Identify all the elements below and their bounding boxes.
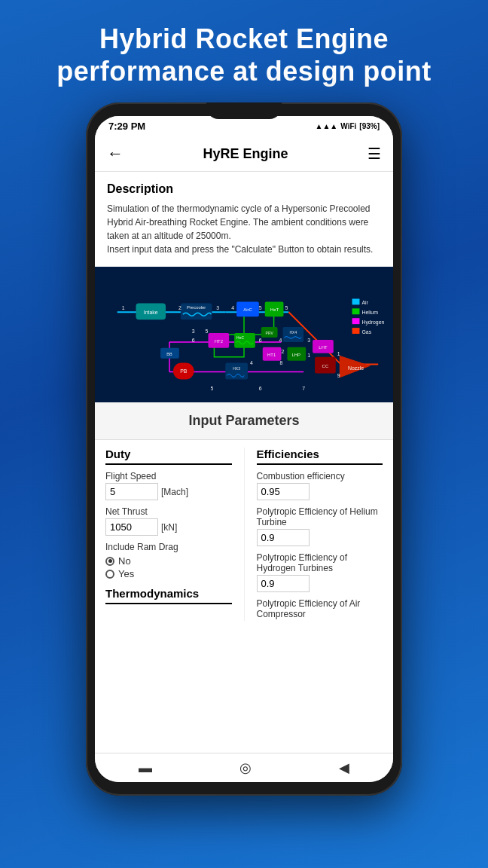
svg-text:LHP: LHP (292, 353, 301, 357)
page-background: Hybrid Rocket Engine performance at desi… (0, 0, 488, 868)
svg-text:Intake: Intake (144, 310, 158, 316)
net-thrust-label: Net Thrust (105, 506, 232, 517)
svg-text:9: 9 (337, 374, 340, 379)
svg-rect-68 (352, 319, 360, 325)
poly-eff-h2-turbines-row (257, 575, 383, 592)
svg-text:4: 4 (231, 306, 234, 311)
svg-text:1: 1 (307, 353, 310, 358)
flight-speed-unit: [Mach] (161, 487, 188, 497)
status-bar: 7:29 PM ▲▲▲ WiFi [93%] (95, 116, 393, 136)
svg-text:5: 5 (285, 306, 288, 311)
radio-yes-row[interactable]: Yes (105, 568, 232, 579)
svg-text:4: 4 (279, 338, 282, 343)
poly-eff-he-turbine-input[interactable] (257, 529, 310, 546)
nav-icon-recent[interactable]: ◀ (339, 760, 349, 776)
net-thrust-unit: [kN] (161, 522, 177, 533)
bottom-nav: ▬ ◎ ◀ (95, 753, 393, 782)
net-thrust-row: [kN] (105, 518, 232, 536)
svg-text:5: 5 (210, 387, 213, 392)
flight-speed-label: Flight Speed (105, 471, 232, 481)
svg-text:PB: PB (180, 369, 188, 374)
duty-col-title: Duty (105, 448, 232, 465)
flight-speed-row: [Mach] (105, 483, 232, 500)
efficiencies-col-title: Efficiencies (257, 448, 383, 465)
params-container: Duty Flight Speed [Mach] Net Thrust [kN] (95, 440, 393, 628)
radio-no-label: No (118, 555, 131, 567)
svg-text:8: 8 (280, 360, 283, 365)
status-icons: ▲▲▲ WiFi [93%] (316, 122, 380, 130)
svg-text:HT1: HT1 (267, 353, 276, 357)
nav-icon-home[interactable]: ◎ (239, 760, 252, 776)
radio-yes-label: Yes (118, 568, 134, 579)
thermodynamics-title: Thermodynamics (105, 587, 232, 604)
wifi-icon: WiFi (340, 122, 356, 130)
svg-text:Helium: Helium (361, 310, 378, 316)
svg-text:3: 3 (216, 306, 219, 311)
phone-frame: 7:29 PM ▲▲▲ WiFi [93%] ← HyRE Engine ☰ (86, 102, 402, 796)
svg-text:LHT: LHT (319, 345, 328, 350)
app-bar: ← HyRE Engine ☰ (95, 136, 393, 172)
input-params-header: Input Parameters (95, 402, 393, 440)
svg-text:1: 1 (122, 306, 125, 311)
svg-text:2: 2 (282, 349, 285, 354)
svg-text:5: 5 (259, 306, 262, 311)
svg-text:HeC: HeC (236, 336, 244, 340)
poly-eff-h2-turbines-input[interactable] (257, 575, 310, 592)
svg-text:HX3: HX3 (233, 367, 240, 371)
engine-diagram: Intake Precooler AirC HeT (95, 267, 393, 402)
svg-text:AirC: AirC (243, 308, 252, 313)
net-thrust-input[interactable] (105, 518, 158, 536)
svg-text:HT2: HT2 (215, 339, 223, 344)
svg-text:3: 3 (307, 338, 310, 343)
svg-text:BB: BB (166, 352, 172, 356)
svg-text:6: 6 (259, 338, 262, 343)
svg-rect-66 (352, 309, 360, 315)
flight-speed-input[interactable] (105, 483, 158, 500)
poly-eff-air-comp-label: Polytropic Efficiency of Air Compressor (257, 598, 383, 619)
efficiencies-col: Efficiencies Combustion efficiency Polyt… (245, 448, 383, 621)
svg-text:6: 6 (192, 338, 195, 343)
radio-group: No Yes (105, 555, 232, 579)
svg-rect-70 (352, 328, 360, 334)
poly-eff-he-turbine-label: Polytropic Efficiency of Helium Turbine (257, 506, 383, 527)
svg-text:Gas: Gas (361, 329, 371, 335)
svg-text:HX4: HX4 (290, 331, 297, 335)
menu-button[interactable]: ☰ (368, 145, 381, 163)
svg-text:Hydrogen: Hydrogen (361, 320, 384, 326)
include-ram-drag-label: Include Ram Drag (105, 542, 232, 552)
combustion-eff-label: Combustion efficiency (257, 471, 383, 481)
svg-text:5: 5 (206, 329, 209, 334)
status-time: 7:29 PM (108, 121, 145, 132)
header-title: Hybrid Rocket Engine performance at desi… (26, 0, 462, 102)
description-title: Description (107, 182, 381, 196)
description-section: Description Simulation of the thermodyna… (95, 172, 393, 267)
nav-icon-back[interactable]: ▬ (139, 760, 152, 776)
battery-icon: [93%] (359, 122, 380, 130)
phone-wrapper: 7:29 PM ▲▲▲ WiFi [93%] ← HyRE Engine ☰ (86, 102, 402, 796)
poly-eff-h2-turbines-label: Polytropic Efficiency of Hydrogen Turbin… (257, 552, 383, 573)
svg-text:Precooler: Precooler (187, 306, 206, 310)
signal-icon: ▲▲▲ (316, 122, 338, 130)
svg-text:7: 7 (302, 387, 305, 392)
app-bar-title: HyRE Engine (203, 146, 288, 162)
phone-screen: 7:29 PM ▲▲▲ WiFi [93%] ← HyRE Engine ☰ (95, 116, 393, 782)
duty-col: Duty Flight Speed [Mach] Net Thrust [kN] (105, 448, 245, 621)
description-text: Simulation of the thermodynamic cycle of… (107, 202, 381, 256)
svg-text:Air: Air (361, 301, 368, 306)
svg-text:1: 1 (337, 351, 340, 356)
svg-text:6: 6 (259, 387, 262, 392)
combustion-eff-input[interactable] (257, 483, 310, 500)
radio-no-button[interactable] (105, 557, 114, 566)
content-scroll[interactable]: Description Simulation of the thermodyna… (95, 172, 393, 753)
radio-yes-button[interactable] (105, 570, 114, 579)
svg-text:2: 2 (178, 306, 181, 311)
radio-no-row[interactable]: No (105, 555, 232, 567)
combustion-eff-row (257, 483, 383, 500)
svg-text:Nozzle: Nozzle (348, 365, 364, 371)
svg-rect-33 (225, 363, 248, 380)
svg-text:CC: CC (322, 364, 329, 368)
svg-text:3: 3 (192, 329, 195, 334)
svg-text:4: 4 (250, 360, 253, 365)
back-button[interactable]: ← (107, 144, 124, 164)
notch (206, 102, 282, 119)
